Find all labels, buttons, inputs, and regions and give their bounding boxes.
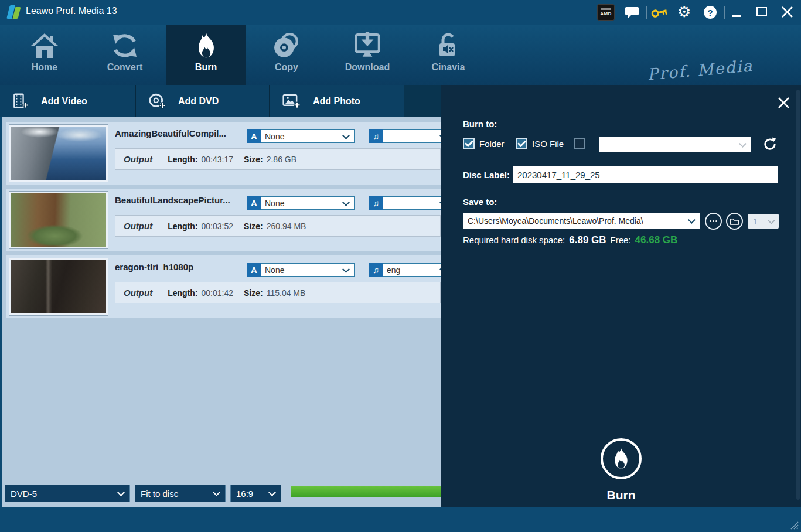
subtitle-badge-icon: A [247, 129, 261, 143]
audio-select[interactable] [383, 196, 441, 210]
disc-space-bar-fill [291, 486, 441, 497]
required-space-value: 6.89 GB [569, 234, 606, 246]
folder-checkbox[interactable] [463, 138, 475, 149]
disc-drive-select[interactable] [599, 137, 751, 152]
app-window: Leawo Prof. Media 13 AMD ⚙ ? [0, 0, 801, 532]
tab-convert-label: Convert [107, 62, 142, 73]
tab-download[interactable]: Download [338, 25, 397, 85]
resize-grip-icon[interactable] [788, 519, 799, 530]
chevron-down-icon [739, 140, 747, 148]
ellipsis-icon [710, 220, 717, 222]
folder-checkbox-label: Folder [479, 139, 505, 149]
save-path-select[interactable]: C:\Users\Moyea\Documents\Leawo\Prof. Med… [463, 213, 700, 229]
browse-more-button[interactable] [705, 213, 722, 230]
disc-type-value: DVD-5 [11, 489, 37, 499]
add-dvd-button[interactable]: Add DVD [136, 85, 270, 117]
cinavia-lock-icon [435, 32, 462, 59]
chevron-down-icon [342, 132, 350, 139]
fit-value: Fit to disc [141, 489, 178, 499]
add-video-button[interactable]: Add Video [0, 85, 136, 117]
copies-value: 1 [753, 217, 758, 226]
subtitle-badge-icon: A [247, 196, 261, 210]
close-button[interactable] [781, 6, 793, 21]
minimize-button[interactable] [732, 15, 741, 17]
tab-cinavia-label: Cinavia [432, 62, 465, 73]
subtitle-select[interactable]: None [261, 129, 355, 143]
tab-copy[interactable]: Copy [257, 25, 316, 85]
subtitle-value: None [265, 199, 284, 208]
subtitle-select[interactable]: None [261, 196, 355, 210]
add-video-label: Add Video [41, 96, 87, 107]
feedback-bubble-icon[interactable] [625, 6, 639, 22]
add-video-icon [13, 92, 28, 111]
chevron-down-icon [688, 216, 696, 224]
video-title: AmazingBeautifulCompil... [115, 128, 243, 138]
maximize-button[interactable] [756, 7, 767, 16]
folder-icon [730, 218, 739, 225]
add-photo-button[interactable]: Add Photo [270, 85, 404, 117]
video-title: eragon-tlri_h1080p [115, 262, 243, 272]
disc-checkbox[interactable] [574, 138, 585, 149]
add-toolbar: Add Video Add DVD Add Photo [0, 85, 441, 117]
status-strip [0, 507, 801, 532]
tab-download-label: Download [345, 62, 390, 73]
burn-button[interactable] [601, 438, 642, 479]
help-icon[interactable]: ? [704, 6, 717, 19]
aspect-ratio-select[interactable]: 16:9 [230, 485, 281, 502]
tab-burn-label: Burn [195, 62, 217, 73]
disc-type-select[interactable]: DVD-5 [5, 485, 130, 502]
video-row-3[interactable]: eragon-tlri_h1080p A None ♫ eng Output L… [6, 255, 441, 318]
audio-badge-icon: ♫ [369, 129, 383, 143]
video-row-1[interactable]: AmazingBeautifulCompil... A None ♫ Outpu… [6, 122, 441, 185]
subtitle-select[interactable]: None [261, 263, 355, 277]
audio-select[interactable] [383, 129, 441, 143]
panel-close-icon[interactable] [778, 97, 790, 111]
burn-button-label[interactable]: Burn [441, 488, 801, 502]
add-dvd-label: Add DVD [178, 96, 219, 107]
video-title: BeautifulLandscapePictur... [115, 195, 243, 205]
output-info: Output Length:00:03:52 Size:260.94 MB [115, 215, 441, 237]
home-icon [29, 32, 60, 59]
open-folder-button[interactable] [726, 213, 743, 230]
chevron-down-icon [342, 199, 350, 206]
output-info: Output Length:00:01:42 Size:115.04 MB [115, 282, 441, 303]
fit-to-disc-select[interactable]: Fit to disc [135, 485, 226, 502]
tab-burn[interactable]: Burn [166, 25, 246, 85]
chevron-down-icon [268, 489, 276, 496]
main-nav: Home Convert Burn Co [0, 25, 801, 85]
tab-cinavia[interactable]: Cinavia [419, 25, 478, 85]
add-dvd-icon [149, 92, 165, 111]
panel-scrollbar[interactable] [796, 90, 800, 500]
settings-gear-icon[interactable]: ⚙ [677, 3, 691, 21]
tab-home-label: Home [32, 62, 57, 73]
tab-convert[interactable]: Convert [96, 25, 154, 85]
burn-flame-icon [610, 448, 632, 470]
amd-radeon-badge-icon: AMD [597, 4, 615, 21]
disc-label-input[interactable] [513, 166, 778, 183]
audio-badge-icon: ♫ [369, 196, 383, 210]
subtitle-value: None [265, 132, 284, 141]
refresh-drives-icon[interactable] [763, 137, 777, 154]
disk-space-info: Required hard disk space: 6.89 GB Free: … [463, 234, 677, 246]
output-info: Output Length:00:43:17 Size:2.86 GB [115, 148, 441, 170]
leawo-logo-icon [8, 5, 19, 19]
chevron-down-icon [117, 489, 125, 496]
register-key-icon[interactable] [651, 5, 668, 22]
subtitle-badge-icon: A [247, 263, 261, 277]
video-row-2[interactable]: BeautifulLandscapePictur... A None ♫ Out… [6, 189, 441, 251]
add-photo-icon [282, 92, 300, 111]
tab-home[interactable]: Home [15, 25, 74, 85]
audio-select[interactable]: eng [383, 263, 441, 277]
chevron-down-icon [768, 217, 775, 224]
copies-select[interactable]: 1 [748, 214, 779, 229]
download-icon [352, 32, 383, 59]
tab-copy-label: Copy [275, 62, 298, 73]
titlebar-divider [646, 6, 647, 19]
chevron-down-icon [342, 265, 350, 273]
brand-script: Prof. Media [635, 55, 765, 84]
audio-value: eng [387, 265, 400, 275]
iso-checkbox[interactable] [516, 138, 527, 149]
add-photo-label: Add Photo [313, 96, 360, 107]
disc-label-label: Disc Label: [463, 170, 510, 180]
burn-to-label: Burn to: [463, 119, 497, 129]
